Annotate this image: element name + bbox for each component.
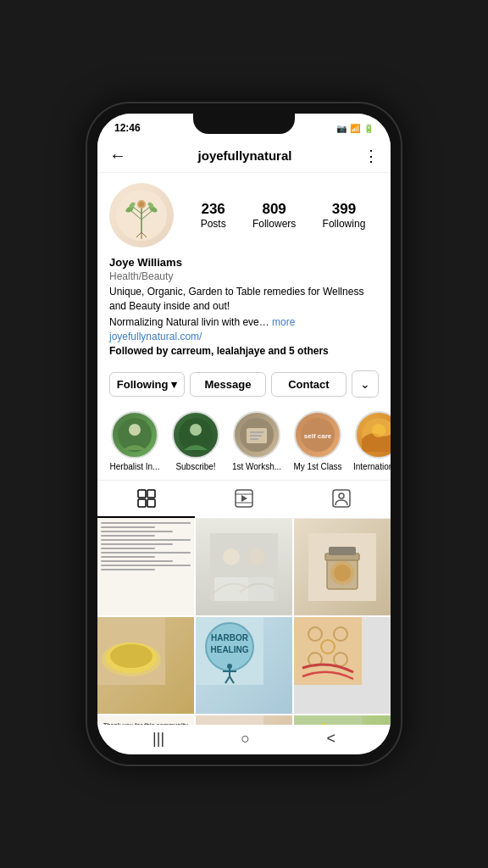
story-item-2[interactable]: Subscribe! xyxy=(170,411,221,471)
following-label: Following xyxy=(323,218,366,230)
svg-point-56 xyxy=(227,664,232,669)
story-label-3: 1st Worksh... xyxy=(232,462,281,471)
signal-icon: 📶 xyxy=(350,124,360,133)
notch xyxy=(193,114,295,134)
following-button[interactable]: Following ▾ xyxy=(109,372,185,397)
svg-rect-31 xyxy=(147,499,155,507)
more-dropdown-button[interactable]: ⌄ xyxy=(352,370,379,398)
story-circle-2 xyxy=(172,411,219,459)
reels-icon xyxy=(235,489,253,508)
profile-section: 236 Posts 809 Followers 399 Following xyxy=(97,173,391,364)
battery-icon: 🔋 xyxy=(363,124,374,133)
more-options-button[interactable]: ⋮ xyxy=(363,147,379,165)
svg-point-18 xyxy=(190,424,202,436)
system-nav: ||| ○ < xyxy=(97,725,391,754)
bio-name: Joye Williams xyxy=(109,256,379,269)
story-circle-5 xyxy=(355,411,391,459)
svg-rect-41 xyxy=(248,577,274,601)
bio-category: Health/Beauty xyxy=(109,270,379,282)
bio-followed-by: Followed by carreum, lealahjaye and 5 ot… xyxy=(109,345,379,357)
content-tabs xyxy=(97,480,391,519)
stat-followers[interactable]: 809 Followers xyxy=(252,201,296,230)
story-circle-4: self care xyxy=(294,411,341,459)
grid-cell-9[interactable] xyxy=(294,715,391,725)
back-button[interactable]: ← xyxy=(109,146,126,165)
chevron-down-icon-2: ⌄ xyxy=(360,377,370,391)
stories-row: Herbalist In... Subscribe! 1st Worksh... xyxy=(97,404,391,480)
svg-rect-67 xyxy=(196,715,263,725)
action-buttons: Following ▾ Message Contact ⌄ xyxy=(109,370,379,398)
svg-point-27 xyxy=(372,424,385,437)
stat-posts[interactable]: 236 Posts xyxy=(201,201,226,230)
tab-tagged[interactable] xyxy=(293,481,391,518)
grid-cell-7[interactable]: Thank you for this community discussion … xyxy=(97,715,194,725)
message-button[interactable]: Message xyxy=(190,372,265,397)
ig-header: ← joyefullynatural ⋮ xyxy=(97,137,391,173)
tab-reels[interactable] xyxy=(195,481,292,518)
bio-more-link[interactable]: more xyxy=(272,316,295,328)
svg-rect-40 xyxy=(214,577,248,601)
system-back-button[interactable]: < xyxy=(326,730,336,748)
grid-cell-1[interactable] xyxy=(97,519,194,615)
grid-cell-2[interactable] xyxy=(196,519,292,615)
story-circle-3 xyxy=(233,411,280,459)
story-label-5: Internationa... xyxy=(353,462,391,471)
story-item-1[interactable]: Herbalist In... xyxy=(109,411,160,471)
svg-rect-23 xyxy=(250,438,258,440)
story-label-2: Subscribe! xyxy=(175,462,215,471)
grid-cell-6[interactable] xyxy=(294,617,391,714)
svg-text:self care: self care xyxy=(304,432,332,440)
status-bar: 12:46 📷 📶 🔋 xyxy=(97,114,391,137)
story-circle-1 xyxy=(111,411,158,459)
grid-cell-3[interactable] xyxy=(294,519,391,615)
chevron-down-icon: ▾ xyxy=(171,378,177,391)
system-home-button[interactable]: ○ xyxy=(241,730,250,748)
svg-rect-29 xyxy=(147,490,155,498)
svg-rect-28 xyxy=(138,490,146,498)
camera-icon: 📷 xyxy=(336,124,347,133)
grid-cell-5[interactable]: HARBOR HEALING xyxy=(196,617,292,714)
bio-website-link[interactable]: joyefullynatural.com/ xyxy=(109,331,379,342)
phone-screen: 12:46 📷 📶 🔋 ← joyefullynatural ⋮ xyxy=(97,114,391,754)
svg-rect-45 xyxy=(329,547,356,555)
svg-rect-72 xyxy=(294,715,362,725)
followed-users: carreum, lealahjaye xyxy=(171,345,265,357)
posts-label: Posts xyxy=(201,218,226,230)
svg-text:HARBOR: HARBOR xyxy=(211,633,249,643)
system-menu-button[interactable]: ||| xyxy=(152,730,164,748)
photo-grid: HARBOR HEALING xyxy=(97,519,391,725)
profile-top: 236 Posts 809 Followers 399 Following xyxy=(109,183,379,248)
story-item-3[interactable]: 1st Worksh... xyxy=(231,411,282,471)
svg-point-47 xyxy=(334,565,351,581)
stat-following[interactable]: 399 Following xyxy=(323,201,366,230)
person-tag-icon xyxy=(332,489,351,508)
story-label-4: My 1st Class xyxy=(293,462,341,471)
svg-point-36 xyxy=(339,493,344,498)
svg-rect-30 xyxy=(138,499,146,507)
svg-point-39 xyxy=(248,548,265,565)
stats-row: 236 Posts 809 Followers 399 Following xyxy=(187,201,379,230)
followers-label: Followers xyxy=(252,218,296,230)
svg-rect-21 xyxy=(250,431,263,433)
contact-button[interactable]: Contact xyxy=(271,372,347,397)
svg-rect-22 xyxy=(250,435,262,437)
grid-icon xyxy=(137,489,156,508)
bio-text-1: Unique, Organic, Garden to Table remedie… xyxy=(109,285,379,314)
status-time: 12:46 xyxy=(114,122,141,134)
followers-count: 809 xyxy=(262,201,286,218)
grid-cell-4[interactable] xyxy=(97,617,194,714)
posts-count: 236 xyxy=(201,201,225,218)
avatar[interactable] xyxy=(109,183,174,248)
grid-cell-8[interactable] xyxy=(196,715,292,725)
svg-point-51 xyxy=(110,644,152,668)
svg-text:HEALING: HEALING xyxy=(211,645,249,654)
story-item-4[interactable]: self care My 1st Class xyxy=(292,411,343,471)
svg-point-16 xyxy=(129,424,141,436)
profile-username: joyefullynatural xyxy=(198,148,292,163)
tab-grid[interactable] xyxy=(97,481,195,518)
phone-frame: 12:46 📷 📶 🔋 ← joyefullynatural ⋮ xyxy=(87,103,401,765)
status-icons: 📷 📶 🔋 xyxy=(336,124,374,133)
story-item-5[interactable]: Internationa... xyxy=(353,411,391,471)
svg-point-38 xyxy=(223,548,240,565)
avatar-image xyxy=(109,183,174,248)
